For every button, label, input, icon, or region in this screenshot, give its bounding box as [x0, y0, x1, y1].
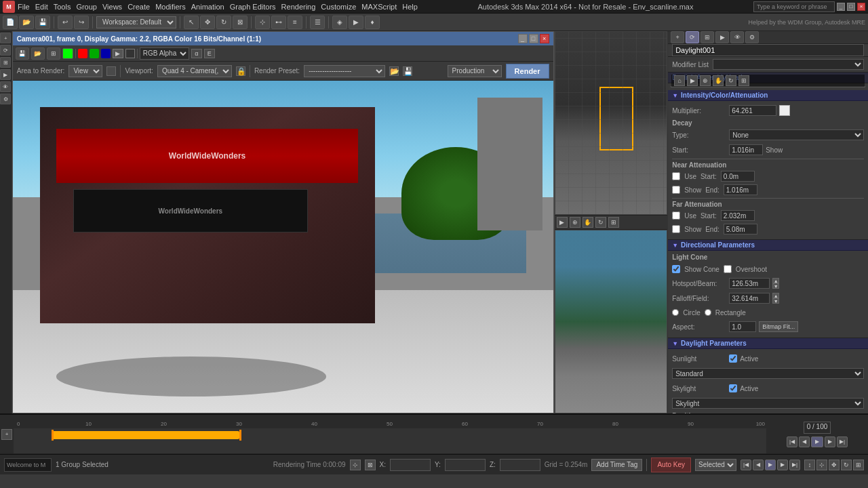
motion-btn[interactable]: ▶ — [0, 69, 11, 80]
far-end-input[interactable] — [724, 224, 757, 235]
add-time-tag-btn[interactable]: Add Time Tag — [591, 459, 642, 471]
nav-icon-3[interactable]: ✥ — [829, 460, 840, 470]
search-input-placeholder[interactable]: Type a keyword or phrase — [757, 3, 827, 10]
ica-section-header[interactable]: ▼ Intensity/Color/Attenuation — [668, 90, 868, 101]
next-frame-btn[interactable]: ▶ — [825, 436, 835, 447]
nav-icon-4[interactable]: ↻ — [841, 460, 852, 470]
far-use-checkbox[interactable] — [672, 211, 680, 220]
transform-icon[interactable]: ⊠ — [365, 460, 376, 470]
new-btn[interactable]: 📄 — [3, 16, 18, 29]
mono-btn[interactable] — [125, 49, 135, 58]
area-to-render-select[interactable]: View — [68, 65, 102, 77]
multiplier-color-swatch[interactable] — [779, 105, 790, 116]
menu-modifiers[interactable]: Modifiers — [155, 3, 186, 11]
daylight-section-header[interactable]: ▼ Daylight Parameters — [668, 338, 868, 349]
nav-icon-5[interactable]: ⊞ — [853, 460, 864, 470]
material-editor-btn[interactable]: ♦ — [365, 16, 380, 29]
menu-help[interactable]: Help — [402, 3, 418, 11]
dv-orbit-btn[interactable]: ↻ — [726, 75, 736, 86]
create-panel-btn[interactable]: + — [0, 33, 11, 43]
vp-play-btn[interactable]: ▶ — [557, 217, 568, 228]
utilities-tab[interactable]: ⚙ — [745, 31, 759, 43]
modify-tab[interactable]: ⟳ — [686, 31, 699, 43]
open-btn[interactable]: 📂 — [19, 16, 34, 29]
near-end-input[interactable] — [724, 184, 757, 195]
rectangle-radio[interactable] — [705, 309, 711, 316]
render-button[interactable]: Render — [506, 64, 549, 79]
modify-panel-btn[interactable]: ⟳ — [0, 45, 11, 56]
dv-zoom-btn[interactable]: ⊕ — [700, 75, 711, 86]
z-coord-input[interactable] — [500, 459, 540, 471]
play-btn[interactable]: ▶ — [811, 436, 823, 447]
channel-toggle[interactable]: ▶ — [113, 49, 123, 58]
channel-green[interactable] — [90, 49, 99, 58]
dv-home-btn[interactable]: ⌂ — [674, 75, 685, 86]
dv-pan-btn[interactable]: ✋ — [713, 75, 724, 86]
add-keys-btn[interactable]: + — [1, 429, 12, 440]
quality-select[interactable]: Production — [448, 65, 502, 77]
bitmap-fit-btn[interactable]: Bitmap Fit... — [759, 321, 798, 332]
viewport-thumb-top[interactable] — [555, 31, 668, 215]
near-show-checkbox[interactable] — [672, 186, 680, 194]
far-show-checkbox[interactable] — [672, 225, 680, 233]
overshoot-checkbox[interactable] — [724, 265, 732, 273]
status-go-start[interactable]: |◀ — [741, 460, 751, 470]
snap-btn[interactable]: ⊹ — [255, 16, 270, 29]
decay-start-input[interactable] — [729, 144, 763, 155]
nav-icon-1[interactable]: ↕ — [804, 460, 815, 470]
directional-section-header[interactable]: ▼ Directional Parameters — [668, 240, 868, 251]
sunlight-active-checkbox[interactable] — [729, 354, 737, 363]
vp-maximize-btn[interactable]: ⊞ — [608, 217, 619, 228]
status-prev[interactable]: ◀ — [753, 460, 764, 470]
circle-radio[interactable] — [672, 309, 679, 316]
decay-show-checkbox-label[interactable]: Show — [766, 146, 783, 154]
viewport-thumb-bottom[interactable] — [555, 230, 668, 413]
near-use-checkbox[interactable] — [672, 172, 680, 180]
vp-pan-btn[interactable]: ✋ — [583, 217, 593, 228]
align-btn[interactable]: ≡ — [288, 16, 302, 29]
decay-type-select[interactable]: None — [729, 129, 864, 140]
dv-maximize-btn[interactable]: ⊞ — [738, 75, 749, 86]
save-btn[interactable]: 💾 — [35, 16, 50, 29]
show-cone-checkbox[interactable] — [672, 265, 680, 273]
render-win-minimize[interactable]: _ — [518, 34, 528, 43]
hotspot-down[interactable]: ▼ — [772, 283, 779, 289]
render-setup-btn[interactable]: ◈ — [332, 16, 347, 29]
toggle-alpha-btn[interactable]: α — [191, 49, 202, 58]
menu-customize[interactable]: Customize — [321, 3, 356, 11]
load-preset-btn[interactable]: 📂 — [389, 66, 399, 76]
display-channel-select[interactable]: RGB Alpha — [140, 47, 189, 60]
preset-select[interactable]: ------------------- — [304, 65, 385, 77]
auto-key-btn[interactable]: Auto Key — [651, 458, 691, 472]
save-image-btn[interactable]: 💾 — [16, 47, 29, 60]
snap-icon[interactable]: ⊹ — [350, 460, 361, 470]
go-end-btn[interactable]: ▶| — [837, 436, 848, 447]
prev-frame-btn[interactable]: ◀ — [799, 436, 810, 447]
viewport-lock-btn[interactable]: 🔒 — [236, 66, 245, 76]
nav-icon-2[interactable]: ⊹ — [816, 460, 827, 470]
sunlight-type-select[interactable]: Standard — [672, 368, 864, 379]
open-image-btn[interactable]: 📂 — [31, 47, 45, 60]
close-btn[interactable]: × — [857, 3, 865, 11]
display-btn[interactable]: 👁 — [0, 81, 11, 92]
modifier-list-select[interactable] — [713, 59, 864, 70]
select-btn[interactable]: ↖ — [184, 16, 199, 29]
mirror-btn[interactable]: ⊷ — [271, 16, 286, 29]
skylight-active-checkbox[interactable] — [729, 384, 737, 392]
timeline-main[interactable]: 0 10 20 30 40 50 60 70 80 90 100 — [14, 415, 766, 453]
menu-group[interactable]: Group — [76, 3, 97, 11]
redo-btn[interactable]: ↪ — [74, 16, 89, 29]
status-go-end[interactable]: ▶| — [789, 460, 800, 470]
menu-edit[interactable]: Edit — [35, 3, 48, 11]
vp-zoom-btn[interactable]: ⊕ — [570, 217, 580, 228]
x-coord-input[interactable] — [390, 459, 431, 471]
clone-viewport-btn[interactable]: ⊞ — [47, 47, 60, 60]
keyframe-bar[interactable] — [52, 431, 240, 439]
minimize-btn[interactable]: _ — [837, 3, 845, 11]
move-btn[interactable]: ✥ — [200, 16, 215, 29]
dv-play-btn[interactable]: ▶ — [687, 75, 698, 86]
motion-tab[interactable]: ▶ — [715, 31, 729, 43]
utilities-btn[interactable]: ⚙ — [0, 94, 11, 104]
y-coord-input[interactable] — [445, 459, 486, 471]
menu-maxscript[interactable]: MAXScript — [361, 3, 397, 11]
